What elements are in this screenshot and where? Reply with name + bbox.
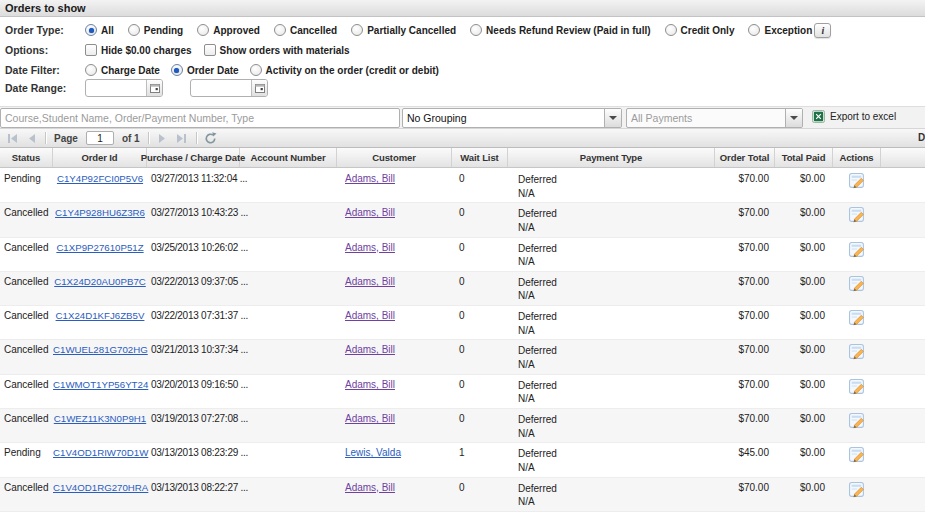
radio-icon[interactable] <box>128 24 140 36</box>
order-id-link[interactable]: C1Y4P92FCI0P5V6 <box>57 173 143 184</box>
order-type-radio-pending[interactable]: Pending <box>128 24 183 36</box>
order-id-link[interactable]: C1V4OD1RIW70D1W <box>53 447 148 458</box>
cell-purchase-charge-date: 03/20/2013 09:16:50 ... <box>147 375 240 408</box>
edit-order-button[interactable] <box>849 207 865 223</box>
order-id-link[interactable]: C1X24D1KFJ6ZB5V <box>56 310 145 321</box>
order-id-link[interactable]: C1XP9P27610P51Z <box>56 242 143 253</box>
radio-icon[interactable] <box>250 64 262 76</box>
edit-order-button[interactable] <box>849 379 865 395</box>
calendar-trigger-button[interactable] <box>251 80 267 96</box>
column-header-actions[interactable]: Actions <box>833 148 881 167</box>
edit-order-icon <box>849 173 865 189</box>
edit-order-button[interactable] <box>849 413 865 429</box>
panel-title: Orders to show <box>0 0 925 17</box>
options-checkbox-show-orders-with-materials[interactable]: Show orders with materials <box>204 44 350 56</box>
date-filter-radio-charge-date[interactable]: Charge Date <box>85 64 160 76</box>
customer-link[interactable]: Adams, Bill <box>345 482 395 493</box>
cell-purchase-charge-date: 03/22/2013 09:37:05 ... <box>147 272 240 305</box>
column-header-account-number[interactable]: Account Number <box>240 148 337 167</box>
customer-link[interactable]: Adams, Bill <box>345 276 395 287</box>
radio-icon[interactable] <box>197 24 209 36</box>
column-header-purchase-charge-date[interactable]: Purchase / Charge Date <box>147 148 240 167</box>
edit-order-icon <box>849 379 865 395</box>
cell-spacer <box>881 478 925 511</box>
first-page-button[interactable] <box>4 130 20 146</box>
customer-link[interactable]: Adams, Bill <box>345 344 395 355</box>
customer-link[interactable]: Adams, Bill <box>345 413 395 424</box>
search-input[interactable] <box>0 108 400 128</box>
options-checkbox-hide-0-00-charges[interactable]: Hide $0.00 charges <box>85 44 192 56</box>
radio-icon[interactable] <box>351 24 363 36</box>
column-header-total-paid[interactable]: Total Paid <box>775 148 833 167</box>
radio-icon[interactable] <box>85 64 97 76</box>
chevron-down-icon[interactable] <box>604 109 621 127</box>
chevron-down-icon[interactable] <box>785 109 802 127</box>
export-to-excel-button[interactable]: Export to excel <box>812 110 896 123</box>
refresh-button[interactable] <box>203 130 219 146</box>
prev-page-button[interactable] <box>23 130 39 146</box>
column-header-status[interactable]: Status <box>0 148 53 167</box>
order-type-radio-credit-only[interactable]: Credit Only <box>665 24 735 36</box>
customer-link[interactable]: Adams, Bill <box>345 207 395 218</box>
column-header-wait-list[interactable]: Wait List <box>452 148 508 167</box>
customer-link[interactable]: Adams, Bill <box>345 242 395 253</box>
edit-order-icon <box>849 310 865 326</box>
cell-payment-type: DeferredN/A <box>508 306 715 339</box>
order-type-radio-needs-refund-review-paid-in-full[interactable]: Needs Refund Review (Paid in full) <box>470 24 650 36</box>
column-header-payment-type[interactable]: Payment Type <box>508 148 715 167</box>
edit-order-button[interactable] <box>849 276 865 292</box>
radio-icon[interactable] <box>274 24 286 36</box>
order-id-link[interactable]: C1V4OD1RG270HRA <box>53 482 148 493</box>
order-type-radio-cancelled[interactable]: Cancelled <box>274 24 337 36</box>
cell-order-total: $45.00 <box>715 443 775 476</box>
payments-select[interactable]: All Payments <box>626 108 803 128</box>
grouping-select[interactable]: No Grouping <box>402 108 622 128</box>
next-page-button[interactable] <box>155 130 171 146</box>
order-type-radio-partially-cancelled[interactable]: Partially Cancelled <box>351 24 456 36</box>
column-header-order-id[interactable]: Order Id <box>53 148 147 167</box>
customer-link[interactable]: Adams, Bill <box>345 379 395 390</box>
radio-icon[interactable] <box>85 24 97 36</box>
info-icon[interactable]: i <box>814 23 831 38</box>
cell-order-total: $70.00 <box>715 375 775 408</box>
date-to-input[interactable] <box>191 80 251 96</box>
cell-wait-list: 0 <box>452 340 508 373</box>
customer-link[interactable]: Adams, Bill <box>345 310 395 321</box>
edit-order-button[interactable] <box>849 344 865 360</box>
column-header-customer[interactable]: Customer <box>337 148 452 167</box>
edit-order-button[interactable] <box>849 310 865 326</box>
order-id-link[interactable]: C1WEZ11K3N0P9H1 <box>54 413 146 424</box>
edit-order-button[interactable] <box>849 242 865 258</box>
page-number-input[interactable] <box>86 131 114 145</box>
date-from-input[interactable] <box>86 80 146 96</box>
checkbox-icon[interactable] <box>85 44 97 56</box>
order-type-options: AllPendingApprovedCancelledPartially Can… <box>85 24 812 36</box>
radio-label: Cancelled <box>290 25 337 36</box>
order-id-link[interactable]: C1WMOT1YP56YT24 <box>53 379 148 390</box>
radio-icon[interactable] <box>470 24 482 36</box>
date-filter-radio-activity-on-the-order-credit-or-debit[interactable]: Activity on the order (credit or debit) <box>250 64 439 76</box>
cell-account-number <box>240 375 337 408</box>
order-id-link[interactable]: C1WUEL281G702HG <box>53 344 148 355</box>
edit-order-button[interactable] <box>849 482 865 498</box>
order-type-radio-approved[interactable]: Approved <box>197 24 260 36</box>
order-id-link[interactable]: C1X24D20AU0PB7C <box>54 276 146 287</box>
checkbox-icon[interactable] <box>204 44 216 56</box>
edit-order-button[interactable] <box>849 173 865 189</box>
last-page-button[interactable] <box>174 130 190 146</box>
customer-link[interactable]: Lewis, Valda <box>345 447 401 458</box>
order-type-radio-exception[interactable]: Exception <box>748 24 812 36</box>
calendar-trigger-button[interactable] <box>146 80 162 96</box>
date-filter-radio-order-date[interactable]: Order Date <box>171 64 239 76</box>
checkbox-label: Hide $0.00 charges <box>101 45 192 56</box>
radio-icon[interactable] <box>171 64 183 76</box>
column-header-order-total[interactable]: Order Total <box>715 148 775 167</box>
radio-icon[interactable] <box>665 24 677 36</box>
order-type-radio-all[interactable]: All <box>85 24 114 36</box>
edit-order-button[interactable] <box>849 447 865 463</box>
order-id-link[interactable]: C1Y4P928HU6Z3R6 <box>55 207 145 218</box>
calendar-icon <box>255 83 265 93</box>
customer-link[interactable]: Adams, Bill <box>345 173 395 184</box>
prev-page-icon <box>26 133 37 144</box>
radio-icon[interactable] <box>748 24 760 36</box>
